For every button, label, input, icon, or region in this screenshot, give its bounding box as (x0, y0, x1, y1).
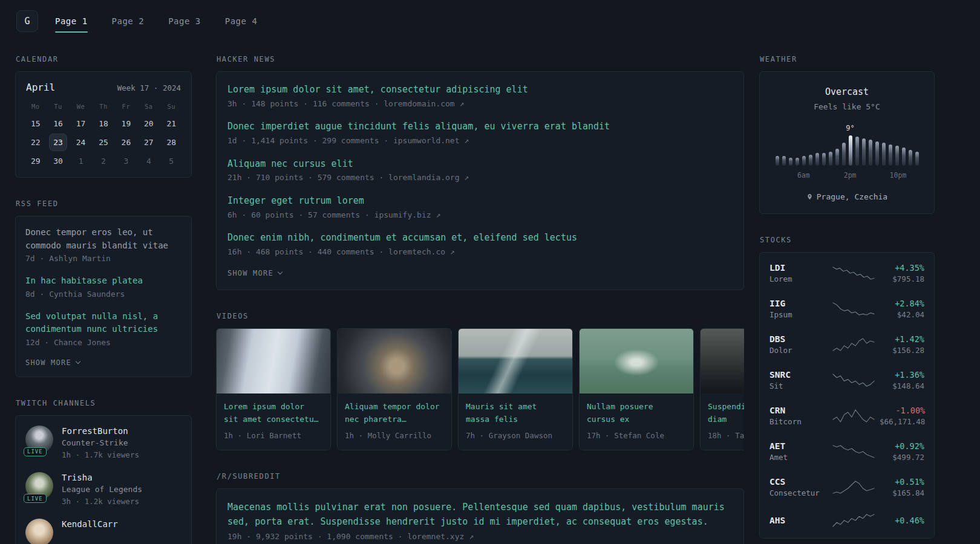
stock-change: +0.46% (895, 516, 924, 525)
hn-source-link[interactable]: loremtech.co ↗ (388, 247, 455, 256)
hn-source-link[interactable]: ipsumify.biz ↗ (374, 210, 441, 219)
weekday-label: Th (99, 103, 108, 110)
stock-sparkline (832, 408, 875, 424)
weather-bars: 9° (769, 128, 924, 166)
stock-row[interactable]: AET Amet +0.92% $499.72 (768, 433, 926, 469)
calendar-day[interactable]: 15 (27, 115, 45, 132)
hn-item: Integer eget rutrum lorem 6h · 60 points… (227, 194, 733, 221)
post-meta: 19h · 9,932 points · 1,090 comments · lo… (227, 531, 733, 543)
video-thumbnail[interactable] (580, 329, 693, 393)
channel-name: KendallCarr (62, 519, 118, 529)
weather-chart: 9° 6am2pm10pm (769, 128, 924, 180)
stock-row[interactable]: DBS Dolor +1.42% $156.28 (768, 326, 926, 362)
rss-item-title[interactable]: In hac habitasse platea (25, 274, 181, 288)
app-logo[interactable]: G (16, 10, 38, 32)
stock-change: -1.00% (880, 406, 925, 415)
hn-source-link[interactable]: ipsumworld.net ↗ (393, 136, 469, 145)
calendar-day[interactable]: 28 (162, 134, 180, 151)
weather-bar (862, 138, 866, 166)
stock-name: Ipsum (769, 310, 828, 319)
stock-symbol: IIG (769, 299, 828, 308)
time-label: 10pm (890, 171, 907, 180)
calendar-day[interactable]: 20 (140, 115, 158, 132)
stock-sparkline (832, 444, 875, 459)
stock-row[interactable]: CCS Consectetur +0.51% $165.84 (768, 469, 926, 505)
stock-row[interactable]: SNRC Sit +1.36% $148.64 (768, 362, 926, 398)
video-thumbnail[interactable] (217, 329, 330, 393)
weather-bar (889, 144, 892, 166)
channel-avatar (25, 519, 53, 544)
tab-page-1[interactable]: Page 1 (55, 0, 88, 42)
calendar-day[interactable]: 3 (117, 152, 135, 170)
weather-condition: Overcast (769, 86, 924, 97)
hn-item-title[interactable]: Lorem ipsum dolor sit amet, consectetur … (227, 83, 733, 97)
calendar-day[interactable]: 25 (94, 134, 113, 151)
stock-symbol: LDI (769, 263, 828, 273)
calendar-widget: April Week 17 · 2024 MoTuWeThFrSaSu 1516… (15, 71, 192, 178)
hn-source-link[interactable]: loremdomain.com ↗ (384, 99, 464, 108)
hn-item: Aliquam nec cursus elit 21h · 710 points… (227, 157, 733, 184)
rss-show-more-button[interactable]: SHOW MORE (25, 358, 181, 367)
calendar-day[interactable]: 22 (27, 134, 45, 151)
stock-name: Bitcorn (769, 417, 828, 426)
twitch-channel[interactable]: KendallCarr (25, 519, 181, 544)
tab-page-4[interactable]: Page 4 (225, 0, 258, 42)
hn-item-title[interactable]: Donec imperdiet augue tincidunt felis al… (227, 120, 733, 134)
left-column: CALENDAR April Week 17 · 2024 MoTuWeThFr… (15, 55, 192, 544)
video-thumbnail[interactable] (459, 329, 572, 393)
twitch-widget: LIVE ForrestBurton Counter-Strike 1h · 1… (15, 415, 192, 544)
stock-row[interactable]: AHS +0.46% (768, 505, 926, 536)
hn-item-title[interactable]: Integer eget rutrum lorem (227, 194, 733, 208)
calendar-day[interactable]: 19 (117, 115, 135, 132)
video-card-body: Lorem ipsum dolor sit amet consectetu… 1… (217, 393, 330, 450)
calendar-month: April (26, 82, 55, 93)
hn-show-more-button[interactable]: SHOW MORE (227, 269, 733, 277)
stock-change: +4.35% (892, 263, 924, 273)
stock-identity: IIG Ipsum (769, 299, 828, 319)
calendar-weekdays: MoTuWeThFrSaSu (24, 103, 183, 110)
stock-row[interactable]: IIG Ipsum +2.84% $42.04 (768, 291, 926, 326)
calendar-day[interactable]: 29 (27, 152, 45, 170)
hn-item-title[interactable]: Donec enim nibh, condimentum et accumsan… (227, 231, 733, 245)
calendar-day[interactable]: 30 (49, 152, 67, 170)
calendar-day[interactable]: 5 (162, 152, 180, 170)
video-title[interactable]: Lorem ipsum dolor sit amet consectetu… (224, 401, 323, 426)
channel-avatar: LIVE (25, 426, 53, 453)
calendar-day[interactable]: 4 (140, 152, 158, 170)
calendar-day[interactable]: 21 (162, 115, 180, 132)
tab-page-2[interactable]: Page 2 (112, 0, 145, 42)
twitch-channel[interactable]: LIVE Trisha League of Legends 3h · 1.2k … (25, 472, 181, 507)
rss-item: In hac habitasse platea 8d · Cynthia Sau… (25, 274, 181, 300)
tab-page-3[interactable]: Page 3 (168, 0, 201, 42)
video-title[interactable]: Suspendisse diam (708, 401, 744, 426)
page-tabs: Page 1Page 2Page 3Page 4 (55, 0, 257, 42)
hn-source-link[interactable]: loremlandia.org ↗ (388, 173, 469, 182)
post-title[interactable]: Maecenas mollis pulvinar erat non posuer… (227, 500, 733, 529)
twitch-channel[interactable]: LIVE ForrestBurton Counter-Strike 1h · 1… (25, 426, 181, 461)
video-title[interactable]: Aliquam tempor dolor nec pharetra… (345, 401, 444, 426)
calendar-day[interactable]: 26 (117, 134, 135, 151)
video-card: Lorem ipsum dolor sit amet consectetu… 1… (216, 328, 331, 450)
middle-column: HACKER NEWS Lorem ipsum dolor sit amet, … (216, 55, 744, 544)
hn-items: Lorem ipsum dolor sit amet, consectetur … (227, 83, 733, 258)
rss-item-title[interactable]: Donec tempor eros leo, ut commodo mauris… (25, 226, 181, 252)
calendar-day[interactable]: 17 (72, 115, 90, 132)
video-thumbnail[interactable] (338, 329, 451, 393)
stock-row[interactable]: LDI Lorem +4.35% $795.18 (768, 255, 926, 291)
post-source-link[interactable]: loremnet.xyz ↗ (407, 532, 474, 541)
video-thumbnail[interactable] (701, 329, 744, 393)
rss-item-title[interactable]: Sed volutpat nulla nisl, a condimentum n… (25, 310, 181, 336)
stock-row[interactable]: CRN Bitcorn -1.00% $66,171.48 (768, 398, 926, 433)
video-title[interactable]: Mauris sit amet massa felis (466, 401, 565, 426)
calendar-day[interactable]: 27 (140, 134, 158, 151)
video-title[interactable]: Nullam posuere cursus ex (587, 401, 686, 426)
dashboard: CALENDAR April Week 17 · 2024 MoTuWeThFr… (0, 42, 980, 544)
calendar-day[interactable]: 16 (49, 115, 67, 132)
calendar-day[interactable]: 1 (72, 152, 90, 170)
calendar-day[interactable]: 2 (94, 152, 113, 170)
calendar-day-selected[interactable]: 23 (49, 134, 67, 151)
calendar-day[interactable]: 24 (72, 134, 90, 151)
hn-item-title[interactable]: Aliquam nec cursus elit (227, 157, 733, 171)
calendar-day[interactable]: 18 (94, 115, 113, 132)
stock-identity: LDI Lorem (769, 263, 828, 283)
